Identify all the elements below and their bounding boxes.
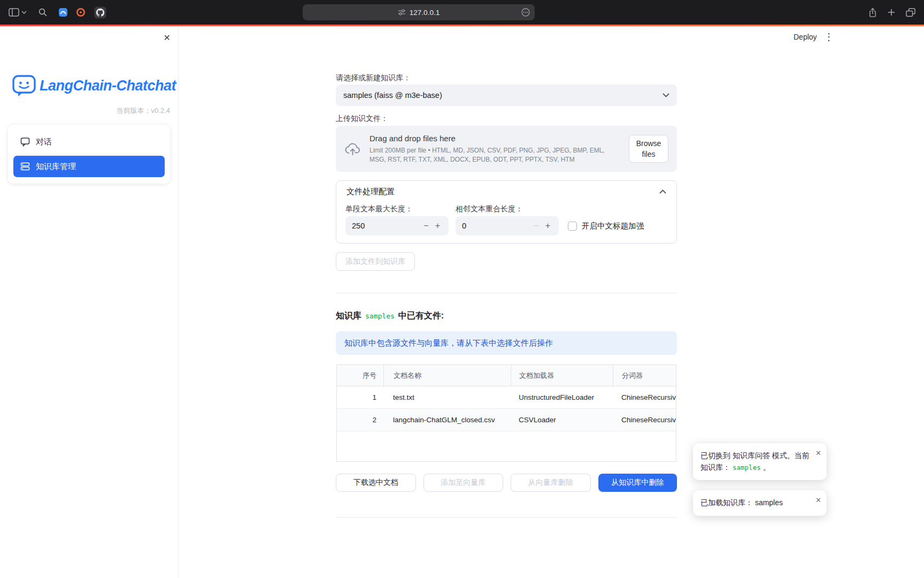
divider [336, 517, 677, 518]
nav-label: 知识库管理 [36, 162, 76, 172]
expander-toggle[interactable]: 文件处理配置 [336, 181, 676, 202]
dropzone-limit: Limit 200MB per file • HTML, MD, JSON, C… [369, 146, 621, 164]
header-cell: 文档名称 [383, 365, 511, 386]
files-heading-prefix: 知识库 [336, 310, 361, 322]
add-to-vectorstore-button: 添加至向量库 [424, 474, 504, 492]
checkbox-label: 开启中文标题加强 [582, 221, 644, 231]
sidebar-item-chat[interactable]: 对话 [13, 131, 165, 153]
share-icon[interactable] [868, 7, 877, 18]
toolbar-right-group [868, 0, 915, 25]
close-icon[interactable]: ✕ [815, 495, 821, 506]
cell: test.txt [383, 393, 511, 401]
sidebar-toggle-icon[interactable] [9, 8, 19, 17]
logo-text: LangChain-Chatchat [40, 78, 176, 94]
increment-button[interactable]: + [433, 220, 442, 231]
cloud-upload-icon [344, 142, 361, 156]
url-text: 127.0.0.1 [410, 9, 440, 17]
header-cell: 文档加载器 [511, 365, 613, 386]
toast-text: 。 [763, 463, 771, 471]
pinned-tab-orange-icon[interactable] [76, 7, 86, 17]
dropzone-title: Drag and drop files here [369, 134, 621, 143]
browser-toolbar: 127.0.0.1 [0, 0, 924, 25]
file-config-expander: 文件处理配置 单段文本最大长度： − + 相邻文本重合长度： − + 开启中文标… [336, 180, 677, 244]
table-actions: 下载选中文档 添加至向量库 从向量库删除 从知识库中删除 [336, 474, 677, 492]
dropzone-text: Drag and drop files here Limit 200MB per… [369, 134, 629, 164]
overlap-label: 相邻文本重合长度： [456, 204, 523, 214]
cell: ChineseRecursiveTextSplitter [613, 416, 676, 424]
chevron-up-icon [659, 189, 666, 194]
nav-menu: 对话 知识库管理 [8, 125, 170, 184]
address-bar[interactable]: 127.0.0.1 [303, 4, 535, 20]
sidebar-item-knowledge-base[interactable]: 知识库管理 [13, 156, 165, 177]
add-files-button: 添加文件到知识库 [336, 252, 415, 271]
kb-select-label: 请选择或新建知识库： [336, 73, 411, 83]
chunk-size-stepper: − + [345, 216, 449, 235]
toolbar-left-group [9, 0, 106, 25]
cell: langchain-ChatGLM_closed.csv [383, 416, 511, 424]
toast-mode-switched: 已切换到 知识库问答 模式。当前知识库：samples。 ✕ [693, 443, 827, 480]
kb-select-value: samples (faiss @ m3e-base) [343, 91, 442, 100]
overlap-input[interactable] [462, 222, 529, 230]
cell: 2 [361, 416, 383, 424]
toast-text: 已加载知识库： samples [700, 498, 783, 507]
kebab-menu-icon[interactable]: ⋮ [824, 31, 834, 43]
browse-files-button[interactable]: Browse files [629, 135, 668, 163]
file-dropzone[interactable]: Drag and drop files here Limit 200MB per… [336, 126, 677, 172]
increment-button[interactable]: + [543, 220, 552, 231]
deploy-button[interactable]: Deploy [794, 33, 817, 41]
overlap-stepper: − + [456, 216, 559, 235]
files-heading: 知识库 samples 中已有文件: [336, 310, 444, 322]
header-cell: 序号 [361, 371, 383, 381]
pinned-tab-blue-icon[interactable] [58, 7, 68, 17]
chevron-down-icon[interactable] [21, 11, 27, 14]
app-logo: LangChain-Chatchat [12, 74, 176, 97]
header-cell: 分词器 [613, 365, 676, 386]
cell: UnstructuredFileLoader [511, 393, 613, 401]
files-heading-suffix: 中已有文件: [398, 310, 444, 322]
kb-name-code: samples [365, 312, 395, 320]
delete-from-vectorstore-button: 从向量库删除 [511, 474, 591, 492]
toast-kb-loaded: 已加载知识库： samples ✕ [693, 490, 827, 516]
chevron-down-icon [663, 93, 669, 97]
cell: 1 [361, 393, 383, 401]
database-stack-icon [20, 162, 30, 171]
new-tab-icon[interactable] [888, 9, 895, 16]
kb-select[interactable]: samples (faiss @ m3e-base) [336, 85, 677, 106]
table-row[interactable]: 2 langchain-ChatGLM_closed.csv CSVLoader… [337, 409, 676, 431]
main-content: 请选择或新建知识库： samples (faiss @ m3e-base) 上传… [336, 26, 677, 578]
close-icon[interactable]: ✕ [815, 448, 821, 459]
sidebar: ✕ LangChain-Chatchat 当前版本：v0.2.4 对话 知识库管… [0, 26, 179, 578]
info-text: 知识库中包含源文件与向量库，请从下表中选择文件后操作 [344, 338, 553, 348]
files-table: 序号 文档名称 文档加载器 分词器 1 test.txt Unstructure… [336, 364, 676, 462]
decrement-button: − [532, 220, 541, 231]
zh-title-enhance-checkbox[interactable]: 开启中文标题加强 [568, 221, 644, 231]
version-label: 当前版本：v0.2.4 [117, 106, 170, 116]
chunk-size-label: 单段文本最大长度： [345, 204, 413, 214]
cell: CSVLoader [511, 416, 613, 424]
nav-label: 对话 [36, 137, 52, 147]
table-row[interactable]: 1 test.txt UnstructuredFileLoader Chines… [337, 386, 676, 409]
search-icon[interactable] [38, 8, 47, 17]
chat-icon [20, 137, 30, 147]
close-icon[interactable]: ✕ [164, 33, 171, 43]
github-icon[interactable] [94, 6, 106, 19]
chatchat-logo-icon [12, 74, 36, 97]
expander-title: 文件处理配置 [346, 187, 395, 197]
chunk-size-input[interactable] [352, 222, 419, 230]
info-alert: 知识库中包含源文件与向量库，请从下表中选择文件后操作 [336, 331, 677, 355]
decrement-button[interactable]: − [421, 220, 430, 231]
table-header-row: 序号 文档名称 文档加载器 分词器 [337, 365, 676, 386]
tab-overview-icon[interactable] [906, 8, 915, 17]
upload-label: 上传知识文件： [336, 114, 388, 124]
download-selected-button[interactable]: 下载选中文档 [336, 474, 416, 492]
divider [336, 293, 677, 293]
delete-from-kb-button[interactable]: 从知识库中删除 [598, 474, 677, 492]
toast-code: samples [733, 463, 761, 471]
page-menu-icon[interactable] [521, 8, 530, 17]
site-settings-icon [398, 9, 406, 16]
checkbox-icon [568, 222, 577, 231]
cell: ChineseRecursiveTextSplitter [613, 393, 676, 401]
